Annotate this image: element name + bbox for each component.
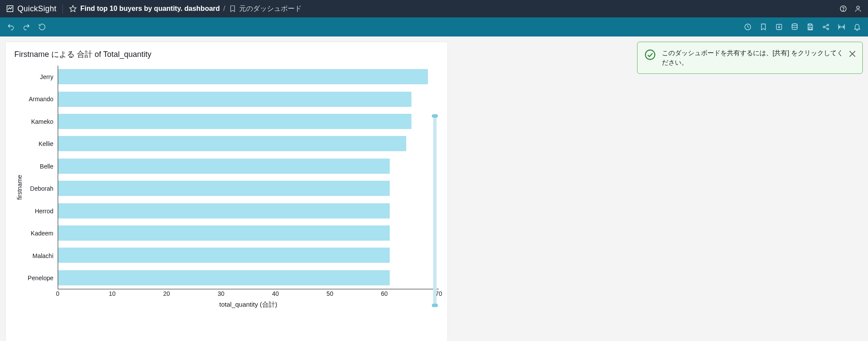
chart-body: firstname JerryArmandoKamekoKellieBelleD… — [14, 66, 439, 309]
bar-row — [58, 69, 428, 84]
undo-icon[interactable] — [7, 23, 15, 31]
x-axis-label: total_quantity (合計) — [58, 301, 439, 309]
bar[interactable] — [58, 136, 406, 151]
export-icon[interactable] — [775, 23, 783, 31]
svg-marker-1 — [70, 6, 76, 12]
notification-area: このダッシュボードを共有するには、[共有] をクリックしてください。 — [637, 42, 863, 74]
bookmark-outline-icon — [229, 5, 237, 13]
bar-row — [58, 159, 390, 174]
category-label: Penelope — [23, 267, 58, 290]
bar[interactable] — [58, 203, 390, 219]
category-label: Jerry — [23, 66, 58, 88]
dashboard-toolbar — [0, 17, 868, 36]
category-labels: JerryArmandoKamekoKellieBelleDeborahHerr… — [23, 66, 58, 289]
reset-icon[interactable] — [38, 23, 46, 31]
mini-scrollbar-cap-bottom[interactable] — [432, 304, 438, 307]
bell-icon[interactable] — [853, 23, 861, 31]
category-label: Kameko — [23, 110, 58, 133]
bar[interactable] — [58, 248, 390, 263]
notification-success: このダッシュボードを共有するには、[共有] をクリックしてください。 — [637, 42, 863, 74]
category-label: Herrod — [23, 200, 58, 222]
help-icon[interactable] — [839, 5, 847, 13]
toolbar-right — [744, 23, 861, 31]
main-area: Firstname による 合計 of Total_quantity first… — [0, 36, 868, 341]
svg-line-14 — [825, 25, 827, 26]
bar[interactable] — [58, 69, 428, 84]
bar[interactable] — [58, 159, 390, 174]
svg-rect-9 — [809, 27, 812, 30]
toolbar-left — [7, 23, 46, 31]
bar-row — [58, 270, 390, 285]
breadcrumb: Find top 10 buyers by quantity. dashboar… — [69, 4, 302, 13]
app-header: QuickSight Find top 10 buyers by quantit… — [0, 0, 868, 17]
mini-scrollbar[interactable] — [432, 116, 438, 305]
svg-point-8 — [792, 24, 797, 26]
bar-row — [58, 203, 390, 219]
axis-canvas — [58, 66, 439, 289]
divider — [62, 4, 63, 13]
header-right — [839, 5, 862, 13]
breadcrumb-origin-label: 元のダッシュボード — [239, 4, 302, 13]
category-label: Malachi — [23, 245, 58, 267]
breadcrumb-origin[interactable]: 元のダッシュボード — [229, 4, 302, 13]
x-ticks: 010203040506070 — [58, 289, 439, 299]
bar[interactable] — [58, 92, 411, 107]
app-name: QuickSight — [17, 4, 56, 13]
bar-row — [58, 181, 390, 196]
bar-row — [58, 92, 411, 107]
visual-card[interactable]: Firstname による 合計 of Total_quantity first… — [5, 42, 448, 341]
bookmark-icon[interactable] — [760, 23, 767, 31]
x-tick: 20 — [163, 290, 170, 297]
svg-rect-10 — [809, 24, 811, 26]
close-icon[interactable] — [848, 49, 857, 59]
bar[interactable] — [58, 225, 390, 241]
bar-row — [58, 136, 406, 151]
y-axis-label: firstname — [14, 66, 23, 309]
x-tick: 60 — [381, 290, 388, 297]
x-tick: 50 — [326, 290, 333, 297]
x-tick: 30 — [217, 290, 224, 297]
svg-point-3 — [843, 10, 843, 10]
bars-zone: JerryArmandoKamekoKellieBelleDeborahHerr… — [23, 66, 439, 309]
history-icon[interactable] — [744, 23, 752, 31]
x-tick: 40 — [272, 290, 279, 297]
bar-row — [58, 114, 411, 129]
svg-point-19 — [645, 50, 655, 60]
redo-icon[interactable] — [23, 23, 30, 31]
chart-title: Firstname による 合計 of Total_quantity — [14, 49, 439, 60]
x-tick: 10 — [109, 290, 116, 297]
app-logo[interactable]: QuickSight — [6, 4, 56, 13]
quicksight-logo-icon — [6, 5, 14, 13]
category-label: Kadeem — [23, 222, 58, 245]
bar[interactable] — [58, 270, 390, 285]
mini-scrollbar-track — [433, 116, 437, 305]
fit-width-icon[interactable] — [838, 23, 845, 31]
breadcrumb-separator: / — [224, 5, 225, 13]
svg-line-15 — [825, 27, 827, 29]
star-icon[interactable] — [69, 5, 77, 13]
success-check-icon — [644, 49, 656, 60]
mini-scrollbar-cap-top[interactable] — [432, 114, 438, 118]
category-label: Belle — [23, 155, 58, 178]
user-icon[interactable] — [854, 5, 862, 13]
chart-plot: JerryArmandoKamekoKellieBelleDeborahHerr… — [23, 66, 439, 289]
category-label: Deborah — [23, 178, 58, 200]
x-tick: 0 — [56, 290, 59, 297]
category-label: Armando — [23, 88, 58, 111]
bar-row — [58, 248, 390, 263]
share-icon[interactable] — [822, 23, 830, 31]
bar-row — [58, 225, 390, 241]
category-label: Kellie — [23, 133, 58, 156]
svg-point-4 — [857, 6, 859, 9]
save-icon[interactable] — [806, 23, 814, 31]
bar[interactable] — [58, 114, 411, 129]
notification-message: このダッシュボードを共有するには、[共有] をクリックしてください。 — [662, 49, 843, 66]
bar[interactable] — [58, 181, 390, 196]
database-icon[interactable] — [791, 23, 799, 31]
breadcrumb-title[interactable]: Find top 10 buyers by quantity. dashboar… — [80, 5, 220, 13]
